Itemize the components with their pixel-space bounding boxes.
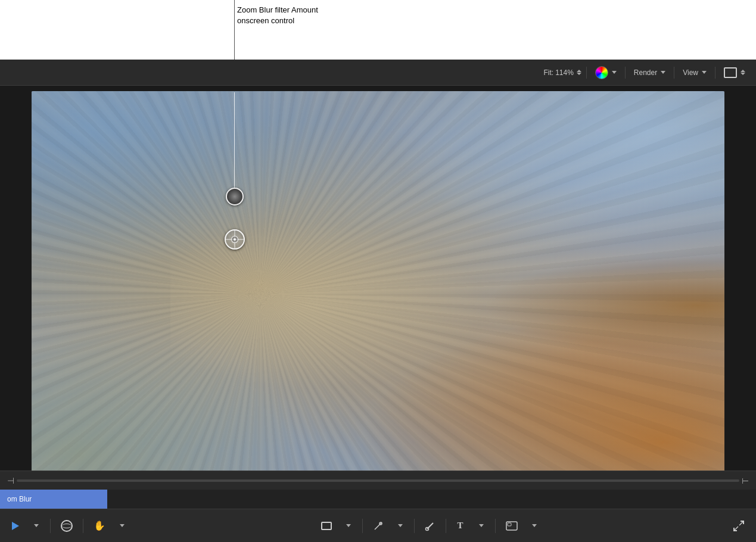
view-label: View xyxy=(683,68,698,77)
play-dropdown-chevron-icon xyxy=(34,524,39,527)
crosshair-center-dot xyxy=(234,238,236,241)
pen-dropdown-button[interactable] xyxy=(391,516,408,535)
hand-dropdown-button[interactable] xyxy=(113,516,130,535)
control-amount-handle[interactable] xyxy=(226,188,244,205)
media-dropdown-button[interactable] xyxy=(525,516,542,535)
bt-sep-3 xyxy=(362,519,363,533)
media-dropdown-chevron-icon xyxy=(532,524,537,527)
render-dropdown-chevron-icon xyxy=(661,71,665,74)
play-dropdown-button[interactable] xyxy=(27,516,44,535)
annotation-line2: onscreen control xyxy=(237,15,318,26)
expand-icon xyxy=(733,520,745,532)
text-dropdown-chevron-icon xyxy=(479,524,484,527)
pen-button[interactable] xyxy=(369,516,388,535)
clip-label-area: om Blur xyxy=(0,490,756,509)
bt-sep-2 xyxy=(83,519,83,533)
text-icon: T xyxy=(457,521,463,531)
transform-icon xyxy=(321,522,332,530)
bt-sep-4 xyxy=(414,519,415,533)
bottom-toolbar: ✋ T xyxy=(0,509,756,542)
clip-name: om Blur xyxy=(7,495,32,503)
crosshair-outer-ring xyxy=(225,229,245,250)
fit-value: 114% xyxy=(555,68,574,77)
pen-icon xyxy=(373,521,384,531)
control-amount-line xyxy=(234,92,235,203)
toolbar-sep-4 xyxy=(715,67,715,79)
pen-dropdown-chevron-icon xyxy=(398,524,403,527)
top-toolbar: Fit: 114% Render View xyxy=(0,60,756,86)
scrubber-track[interactable] xyxy=(17,479,739,482)
text-dropdown-button[interactable] xyxy=(472,516,489,535)
scrubber-bar: ⊣ ⊢ xyxy=(0,471,756,490)
fit-control[interactable]: Fit: 114% xyxy=(543,68,581,77)
expand-button[interactable] xyxy=(729,516,749,535)
svg-line-5 xyxy=(739,521,743,525)
media-icon xyxy=(506,521,518,531)
orbit-icon xyxy=(61,520,73,532)
media-button[interactable] xyxy=(502,516,522,535)
bt-sep-1 xyxy=(50,519,51,533)
toolbar-sep-1 xyxy=(586,67,587,79)
render-label: Render xyxy=(634,68,657,77)
fit-label: Fit: xyxy=(543,68,553,77)
bt-sep-6 xyxy=(495,519,496,533)
transform-dropdown-button[interactable] xyxy=(340,516,356,535)
fit-stepper-icon xyxy=(577,70,581,75)
control-center-handle[interactable] xyxy=(225,229,245,250)
text-button[interactable]: T xyxy=(452,516,469,535)
annotation-text: Zoom Blur filter Amount onscreen control xyxy=(237,5,318,26)
svg-rect-4 xyxy=(508,523,511,526)
clip-label[interactable]: om Blur xyxy=(0,490,107,509)
annotation-line xyxy=(234,0,235,60)
color-dropdown-chevron-icon xyxy=(612,71,617,74)
play-icon xyxy=(12,522,19,530)
scrubber-start-button[interactable]: ⊣ xyxy=(5,475,17,487)
workspace-icon xyxy=(724,67,737,78)
transform-dropdown-chevron-icon xyxy=(346,524,351,527)
hand-dropdown-chevron-icon xyxy=(120,524,125,527)
annotation-area: Zoom Blur filter Amount onscreen control xyxy=(0,0,756,60)
transform-button[interactable] xyxy=(317,516,336,535)
zoom-canvas xyxy=(32,91,724,481)
play-button[interactable] xyxy=(7,516,24,535)
hand-icon: ✋ xyxy=(94,520,105,531)
color-button[interactable] xyxy=(592,64,620,81)
workspace-button[interactable] xyxy=(720,66,749,80)
view-dropdown-chevron-icon xyxy=(702,71,707,74)
toolbar-sep-3 xyxy=(674,67,674,79)
workspace-stepper-icon xyxy=(741,70,745,75)
orbit-button[interactable] xyxy=(57,516,77,535)
annotation-line1: Zoom Blur filter Amount xyxy=(237,5,318,15)
render-button[interactable]: Render xyxy=(630,67,669,79)
zoom-effect-overlay xyxy=(32,91,724,481)
brush-button[interactable] xyxy=(421,516,440,535)
bt-sep-5 xyxy=(446,519,446,533)
scrubber-end-button[interactable]: ⊢ xyxy=(739,475,751,487)
brush-icon xyxy=(425,521,435,531)
toolbar-sep-2 xyxy=(625,67,626,79)
hand-button[interactable]: ✋ xyxy=(89,516,110,535)
svg-line-6 xyxy=(734,527,738,531)
color-swatch-icon xyxy=(595,66,608,79)
canvas-area xyxy=(0,86,756,486)
view-button[interactable]: View xyxy=(679,67,710,79)
